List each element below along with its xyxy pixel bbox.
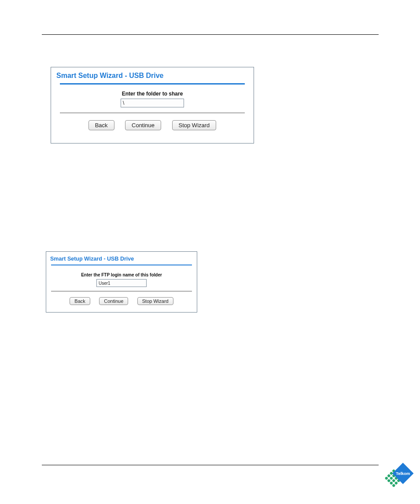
back-button[interactable]: Back bbox=[70, 297, 90, 305]
ftp-login-input[interactable] bbox=[96, 279, 147, 287]
wizard-button-row: Back Continue Stop Wizard bbox=[46, 297, 197, 305]
svg-point-0 bbox=[384, 476, 388, 480]
wizard-divider-bottom bbox=[51, 291, 192, 291]
document-page: Smart Setup Wizard - USB Drive Enter the… bbox=[0, 0, 420, 504]
svg-point-13 bbox=[394, 481, 398, 485]
wizard-title: Smart Setup Wizard - USB Drive bbox=[51, 67, 254, 83]
back-button[interactable]: Back bbox=[88, 120, 114, 130]
svg-point-9 bbox=[392, 479, 396, 483]
wizard-title: Smart Setup Wizard - USB Drive bbox=[46, 252, 197, 265]
svg-point-12 bbox=[392, 484, 396, 488]
wizard-divider-top bbox=[51, 265, 192, 265]
page-rule-top bbox=[42, 34, 379, 35]
svg-point-8 bbox=[389, 481, 393, 485]
wizard-panel-folder: Smart Setup Wizard - USB Drive Enter the… bbox=[51, 67, 254, 143]
svg-point-5 bbox=[389, 476, 393, 480]
stop-wizard-button[interactable]: Stop Wizard bbox=[172, 120, 217, 130]
wizard-prompt: Enter the FTP login name of this folder bbox=[46, 272, 197, 277]
wizard-prompt: Enter the folder to share bbox=[51, 91, 254, 97]
logo-brand-text: Telkom bbox=[396, 471, 410, 476]
telkom-logo-icon: Telkom bbox=[383, 462, 417, 496]
svg-point-4 bbox=[387, 479, 391, 483]
wizard-divider-bottom bbox=[60, 113, 245, 113]
page-rule-bottom bbox=[42, 465, 379, 465]
wizard-button-row: Back Continue Stop Wizard bbox=[51, 120, 254, 130]
svg-point-1 bbox=[387, 474, 391, 478]
folder-input[interactable] bbox=[121, 99, 184, 107]
continue-button[interactable]: Continue bbox=[99, 297, 128, 305]
stop-wizard-button[interactable]: Stop Wizard bbox=[137, 297, 173, 305]
wizard-panel-ftp-login: Smart Setup Wizard - USB Drive Enter the… bbox=[46, 251, 197, 313]
wizard-divider-top bbox=[60, 83, 245, 85]
continue-button[interactable]: Continue bbox=[125, 120, 161, 130]
